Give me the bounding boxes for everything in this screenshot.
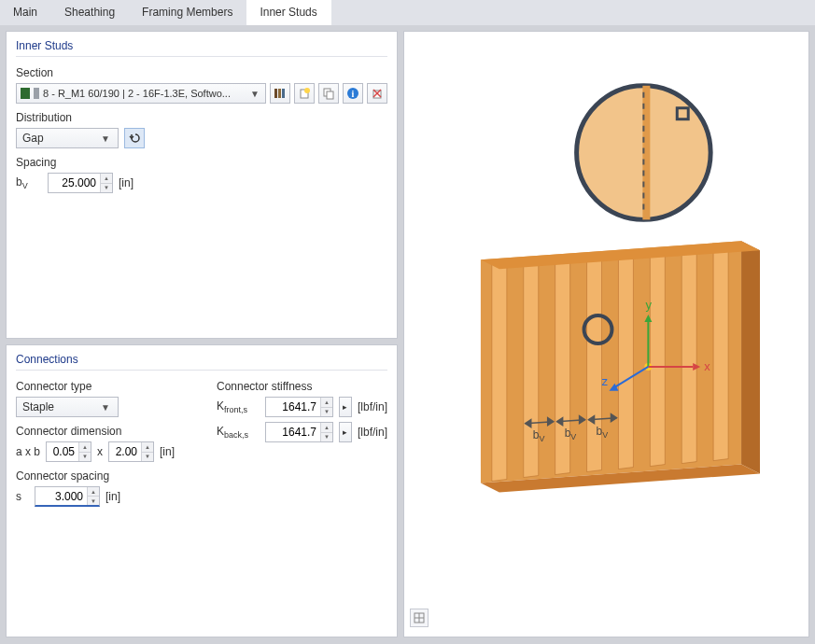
connector-type-label: Connector type [16, 380, 179, 393]
svg-rect-2 [282, 89, 285, 98]
k-front-label: Kfront,s [217, 399, 260, 414]
dim-b-field[interactable] [109, 442, 141, 461]
spin-down[interactable]: ▼ [79, 453, 91, 462]
spin-up[interactable]: ▲ [88, 487, 99, 497]
dim-prefix: a x b [16, 445, 40, 458]
svg-marker-23 [618, 253, 633, 469]
section-swatch-2 [34, 88, 39, 99]
k-front-arrow[interactable]: ▸ [339, 397, 352, 417]
conn-spacing-unit: [in] [105, 490, 120, 503]
spacing-label: Spacing [16, 156, 387, 169]
svg-marker-21 [555, 257, 570, 474]
reset-button[interactable] [124, 128, 145, 148]
distribution-label: Distribution [16, 111, 387, 124]
svg-marker-16 [481, 241, 741, 483]
view-options-button[interactable] [410, 609, 429, 627]
axis-y-label: y [645, 298, 652, 312]
svg-marker-25 [682, 249, 696, 463]
stiffness-label: Connector stiffness [217, 380, 387, 393]
preview-viewport[interactable]: y x z [403, 31, 809, 637]
k-back-label: Kback,s [217, 425, 260, 440]
connector-dimension-label: Connector dimension [16, 425, 179, 438]
reset-icon [128, 132, 141, 145]
svg-marker-26 [713, 247, 728, 460]
delete-icon [371, 87, 384, 100]
spin-down[interactable]: ▼ [101, 184, 112, 193]
dim-a-field[interactable] [47, 442, 78, 461]
conn-spacing-field[interactable] [35, 487, 87, 505]
spacing-value-field[interactable] [49, 174, 100, 192]
new-button[interactable] [294, 83, 315, 104]
k-back-arrow[interactable]: ▸ [339, 422, 352, 442]
spin-down[interactable]: ▼ [88, 497, 99, 505]
svg-point-4 [304, 88, 310, 93]
spin-up[interactable]: ▲ [101, 174, 112, 184]
spin-down[interactable]: ▼ [321, 408, 332, 417]
svg-marker-24 [650, 251, 665, 466]
connections-panel: Connections Connector type Staple ▼ Conn… [6, 344, 398, 637]
axis-z-label: z [602, 374, 609, 388]
info-icon: i [346, 87, 359, 100]
spin-up[interactable]: ▲ [142, 442, 153, 453]
spin-down[interactable]: ▼ [321, 433, 332, 442]
tab-main[interactable]: Main [0, 0, 51, 25]
svg-text:i: i [352, 89, 355, 99]
svg-marker-22 [587, 255, 602, 471]
k-back-input[interactable]: ▲▼ [265, 422, 333, 442]
svg-marker-20 [524, 259, 539, 477]
spin-up[interactable]: ▲ [79, 442, 91, 453]
k-front-input[interactable]: ▲▼ [265, 397, 333, 417]
spin-down[interactable]: ▼ [142, 453, 153, 462]
axis-x-label: x [704, 359, 710, 373]
connector-type-value: Staple [22, 400, 54, 413]
section-label: Section [16, 66, 387, 79]
connections-title: Connections [16, 353, 387, 371]
distribution-dropdown[interactable]: Gap ▼ [16, 128, 119, 148]
copy-button[interactable] [318, 83, 339, 104]
copy-icon [322, 87, 335, 100]
conn-spacing-var: s [16, 490, 29, 503]
spacing-input[interactable]: ▲▼ [48, 173, 113, 193]
library-button[interactable] [270, 83, 290, 104]
inner-studs-panel: Inner Studs Section 8 - R_M1 60/190 | 2 … [6, 31, 398, 339]
wall-diagram: y x z [404, 32, 808, 637]
tab-inner-studs[interactable]: Inner Studs [246, 0, 330, 25]
k-back-field[interactable] [266, 423, 320, 441]
svg-rect-6 [327, 91, 333, 99]
info-button[interactable]: i [343, 83, 363, 104]
tab-bar: Main Sheathing Framing Members Inner Stu… [0, 0, 815, 25]
tab-sheathing[interactable]: Sheathing [51, 0, 129, 25]
section-dropdown[interactable]: 8 - R_M1 60/190 | 2 - 16F-1.3E, Softwo..… [16, 83, 266, 104]
spacing-unit: [in] [119, 176, 133, 189]
chevron-down-icon: ▼ [99, 402, 112, 413]
new-icon [298, 87, 311, 100]
delete-button[interactable] [367, 83, 387, 104]
k-front-field[interactable] [266, 398, 320, 416]
k-front-unit: [lbf/in] [358, 400, 387, 413]
tab-framing-members[interactable]: Framing Members [129, 0, 246, 25]
spacing-var: bV [16, 175, 42, 190]
connector-spacing-label: Connector spacing [16, 469, 179, 483]
svg-rect-1 [278, 89, 281, 98]
inner-studs-title: Inner Studs [16, 39, 387, 57]
connector-type-dropdown[interactable]: Staple ▼ [16, 397, 119, 417]
dim-x: x [97, 445, 103, 458]
svg-marker-17 [741, 241, 760, 473]
library-icon [274, 87, 287, 100]
dim-a-input[interactable]: ▲▼ [46, 441, 91, 462]
section-swatch-1 [21, 88, 30, 99]
chevron-down-icon: ▼ [99, 133, 112, 144]
spin-up[interactable]: ▲ [321, 423, 332, 433]
svg-rect-0 [274, 89, 277, 98]
section-value: 8 - R_M1 60/190 | 2 - 16F-1.3E, Softwo..… [43, 88, 245, 99]
dim-unit: [in] [160, 445, 175, 458]
svg-marker-19 [492, 260, 507, 481]
k-back-unit: [lbf/in] [358, 426, 387, 439]
spin-up[interactable]: ▲ [321, 398, 332, 408]
distribution-value: Gap [22, 132, 44, 145]
conn-spacing-input[interactable]: ▲▼ [35, 486, 100, 507]
dim-b-input[interactable]: ▲▼ [108, 441, 154, 462]
chevron-down-icon: ▼ [248, 89, 261, 99]
view-options-icon [414, 612, 425, 623]
